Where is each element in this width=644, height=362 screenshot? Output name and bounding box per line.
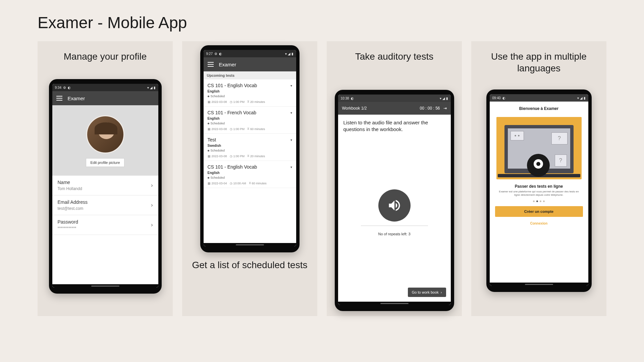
section-header: Upcoming tests (204, 71, 296, 79)
test-title: Test (208, 137, 216, 142)
edit-profile-picture-button[interactable]: Edit profile picture (86, 158, 124, 167)
android-navbar (490, 283, 588, 286)
signal-icon: ◢ (150, 86, 153, 89)
signal-icon: ◢ (442, 97, 445, 100)
phone-tests: 9:27 ⚙ ◐ ▾ ◢ ▮ Examer Upcoming tests CS … (200, 45, 300, 252)
chevron-right-icon: › (151, 202, 153, 208)
welcome-title: Bienvenue à Examer (490, 102, 588, 114)
exit-icon[interactable]: ⇥ (443, 106, 447, 111)
test-status: Scheduled (208, 176, 292, 179)
phone-language: 09:40 ◐ ▾ ◢ ▮ Bienvenue à Examer • • ? (486, 89, 592, 292)
android-navbar (204, 243, 296, 246)
status-time: 10:38 (341, 97, 349, 100)
statusbar: 9:34 ⚙ ◐ ▾ ◢ ▮ (52, 84, 158, 91)
cards-row: Manage your profile 9:34 ⚙ ◐ ▾ ◢ ▮ (0, 41, 644, 316)
card-profile: Manage your profile 9:34 ⚙ ◐ ▾ ◢ ▮ (38, 41, 173, 316)
test-meta: ▦2022-03-08◷1:00 PM⧖20 minutes (208, 154, 292, 158)
wifi-icon: ▾ (285, 52, 287, 56)
volume-icon (387, 198, 402, 213)
circle-icon: ◐ (219, 52, 222, 56)
card-audio: Take auditory tests 10:38 ◐ ▾ ◢ ▮ Workbo… (327, 41, 462, 316)
battery-icon: ▮ (446, 97, 448, 100)
status-time: 9:27 (206, 52, 213, 56)
onboarding-title: Passer des tests en ligne (490, 184, 588, 189)
avatar[interactable] (86, 115, 124, 154)
create-account-button[interactable]: Créer un compte (495, 206, 583, 217)
field-name[interactable]: Name Tom Hollandd › (52, 176, 158, 195)
test-item[interactable]: CS 101 - English Vocab▾EnglishScheduled▦… (204, 161, 296, 188)
test-status: Scheduled (208, 95, 292, 98)
battery-icon: ▮ (154, 86, 156, 89)
wifi-icon: ▾ (440, 97, 441, 100)
test-status: Scheduled (208, 122, 292, 125)
onboarding-illustration: • • ? ? (496, 117, 582, 179)
appbar: Examer (52, 91, 158, 105)
test-language: Swedish (208, 144, 292, 147)
caption-tests: Get a list of scheduled tests (192, 259, 308, 271)
calendar-icon: ▦ (208, 182, 211, 185)
page-title: Examer - Mobile App (38, 13, 644, 32)
onboarding-description: Examer est une plateforme qui vous perme… (490, 189, 588, 200)
calendar-icon: ▦ (208, 100, 211, 104)
timer: 00 : 00 : 56 (420, 106, 440, 111)
workbook-label: Workbook 1/2 (342, 106, 367, 111)
signal-icon: ◢ (580, 96, 583, 100)
progress-bar[interactable] (361, 226, 428, 226)
card-language: Use the app in multiple languages 09:40 … (471, 41, 606, 316)
profile-fields: Name Tom Hollandd › Email Address test@t… (52, 176, 158, 235)
test-item[interactable]: Test▾SwedishScheduled▦2022-03-08◷1:00 PM… (204, 134, 296, 161)
app-title: Examer (219, 62, 236, 67)
hourglass-icon: ⧖ (247, 127, 249, 131)
field-value: test@test.com (58, 206, 88, 211)
goto-workbook-button[interactable]: Go to work book › (408, 288, 446, 297)
phone-audio: 10:38 ◐ ▾ ◢ ▮ Workbook 1/2 00 : 00 : 56 … (335, 90, 454, 311)
field-label: Password (58, 219, 78, 225)
chevron-down-icon[interactable]: ▾ (290, 138, 292, 142)
test-item[interactable]: CS 101 - French Vocab▾EnglishScheduled▦2… (204, 107, 296, 134)
clock-icon: ◷ (230, 155, 232, 158)
login-link[interactable]: Connexion (490, 222, 588, 225)
phone-profile: 9:34 ⚙ ◐ ▾ ◢ ▮ Examer Edit pr (49, 79, 162, 294)
calendar-icon: ▦ (208, 155, 211, 158)
profile-header: Edit profile picture (52, 105, 158, 176)
wifi-icon: ▾ (147, 86, 149, 89)
play-button[interactable] (378, 189, 411, 222)
status-time: 9:34 (55, 86, 61, 89)
chevron-down-icon[interactable]: ▾ (290, 84, 292, 87)
field-label: Name (58, 180, 82, 185)
test-title: CS 101 - French Vocab (208, 110, 257, 115)
card-tests: 9:27 ⚙ ◐ ▾ ◢ ▮ Examer Upcoming tests CS … (182, 41, 317, 316)
field-value: Tom Hollandd (58, 186, 82, 191)
chevron-down-icon[interactable]: ▾ (290, 111, 292, 115)
caption-profile: Manage your profile (64, 51, 147, 62)
statusbar: 9:27 ⚙ ◐ ▾ ◢ ▮ (204, 50, 296, 57)
hourglass-icon: ⧖ (249, 181, 251, 185)
field-password[interactable]: Password ************ › (52, 215, 158, 235)
test-language: English (208, 171, 292, 175)
menu-icon[interactable] (208, 62, 214, 67)
wifi-icon: ▾ (577, 96, 579, 100)
battery-icon: ▮ (291, 52, 293, 56)
circle-icon: ◐ (351, 97, 354, 100)
appbar: Examer (204, 57, 296, 71)
field-label: Email Address (58, 199, 88, 205)
test-meta: ▦2022-03-08◷1:00 PM⧖20 minutes (208, 100, 292, 104)
field-email[interactable]: Email Address test@test.com › (52, 195, 158, 215)
chevron-down-icon[interactable]: ▾ (290, 165, 292, 169)
instruction-text: Listen to the audio file and answer the … (338, 115, 451, 138)
status-time: 09:40 (492, 96, 501, 100)
page-indicator (490, 200, 588, 202)
test-meta: ▦2022-03-08◷1:00 PM⧖60 minutes (208, 127, 292, 131)
app-title: Examer (68, 96, 85, 101)
circle-icon: ◐ (502, 96, 505, 100)
clock-icon: ◷ (230, 100, 232, 104)
test-item[interactable]: CS 101 - English Vocab▾EnglishScheduled▦… (204, 79, 296, 107)
menu-icon[interactable] (56, 96, 62, 101)
caption-audio: Take auditory tests (355, 51, 433, 62)
calendar-icon: ▦ (208, 127, 211, 131)
audio-player: No of repeats left: 3 (338, 138, 451, 288)
android-navbar (338, 302, 451, 305)
repeats-label: No of repeats left: 3 (378, 232, 411, 236)
test-title: CS 101 - English Vocab (208, 164, 257, 170)
statusbar: 09:40 ◐ ▾ ◢ ▮ (490, 94, 588, 102)
